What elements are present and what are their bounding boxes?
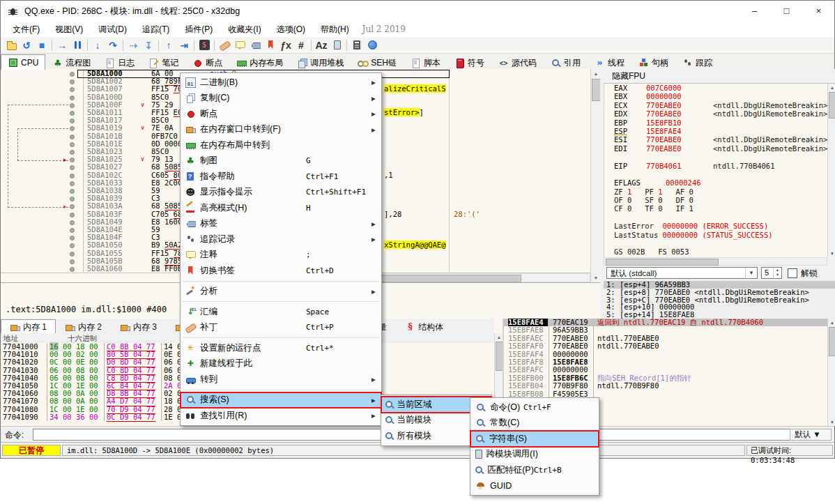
tab-seh[interactable]: SEH链 [351,55,404,70]
tab-dump-3[interactable]: 内存 3 [111,320,166,334]
tab-struct[interactable]: 结构体 [396,320,452,334]
menu-item-goto[interactable]: 转到 [181,372,381,388]
breakpoint-dot-icon[interactable] [70,79,75,84]
hash-button[interactable]: # [293,38,309,52]
register-line[interactable]: EFLAGS00000246 [604,178,828,187]
bookmarks-button[interactable] [263,38,278,52]
tab-dump-2[interactable]: 内存 2 [56,320,111,334]
menu-item-toggle-bookmark[interactable]: 切换书签Ctrl+D [181,263,381,279]
register-line[interactable]: EIP770B4061ntdll.770B4061 [604,162,828,170]
menu-item-binary[interactable]: 二进制(B) [181,75,381,91]
register-line[interactable]: LastError 00000000 (ERROR_SUCCESS) [604,222,828,230]
scroll-down-icon[interactable] [828,420,835,425]
registers-hscroll-thumb[interactable] [606,259,719,266]
run-button[interactable]: → [54,38,70,52]
tab-handles[interactable]: 句柄 [631,55,675,70]
breakpoint-dot-icon[interactable] [70,111,75,116]
menu-插件P[interactable]: 插件(P) [177,22,220,36]
menu-调试D[interactable]: 调试(D) [91,22,135,36]
menu-item-show-mnemonic-brief[interactable]: 显示指令提示Ctrl+Shift+F1 [181,185,381,201]
tab-dump-1[interactable]: 内存 1 [1,319,56,334]
scroll-down-icon[interactable] [591,275,601,280]
calling-convention-select[interactable]: 默认 (stdcall) [606,267,758,279]
register-line[interactable]: EDX770EABE0<ntdll.DbgUiRemoteBreakin> [604,109,828,118]
intermodular-calls-button[interactable] [329,38,344,52]
breakpoint-dot-icon[interactable] [70,135,75,139]
menu-item-analysis[interactable]: 分析 [181,284,381,300]
breakpoint-dot-icon[interactable] [70,236,75,240]
breakpoint-dot-icon[interactable] [70,87,75,92]
menu-文件F[interactable]: 文件(F) [5,22,47,36]
breakpoint-dot-icon[interactable] [70,259,75,264]
stack-row[interactable]: 15E8FB04770B9F80ntdll.770B9F80 [504,382,827,390]
breakpoint-dot-icon[interactable] [70,126,75,131]
call-argument-row[interactable]: 2: [esp+8] 770EABE0 <ntdll.DbgUiRemoteBr… [604,289,835,296]
breakpoint-dot-icon[interactable] [70,213,75,217]
breakpoint-dot-icon[interactable] [70,252,75,257]
menu-item-instruction-help[interactable]: 指令帮助Ctrl+F1 [181,169,381,185]
preferences-globe-button[interactable] [365,38,380,52]
register-line[interactable]: ESI770EABE0<ntdll.DbgUiRemoteBreakin> [604,135,828,144]
function-analysis-button[interactable]: ƒx [278,38,293,52]
breakpoint-dot-icon[interactable] [70,174,75,178]
menu-视图V[interactable]: 视图(V) [47,22,91,36]
submenu-item-intermodular-calls[interactable]: 跨模块调用(I) [470,447,599,463]
stack-vscrollbar[interactable] [827,319,835,426]
tab-source[interactable]: 源代码 [491,55,544,70]
menu-item-breakpoint[interactable]: 断点 [181,106,381,122]
menu-item-patch[interactable]: 补丁Ctrl+P [181,320,381,336]
menu-item-highlighting-mode[interactable]: 高亮模式(H)H [181,200,381,216]
minimize-button[interactable]: – [739,1,770,22]
menu-item-assemble[interactable]: 汇编Space [181,304,381,320]
chevron-down-icon[interactable] [813,430,820,438]
call-arguments-list[interactable]: 1: [esp+4] 96A59BB32: [esp+8] 770EABE0 <… [604,281,835,319]
menu-item-search[interactable]: 搜索(S) [181,392,381,408]
menu-item-follow-in-memory-map[interactable]: 在内存布局中转到 [181,137,381,153]
registers-vscrollbar[interactable] [827,84,835,257]
tab-references[interactable]: 引用 [544,55,588,70]
scroll-up-icon[interactable] [591,71,601,76]
tab-cpu[interactable]: CPU [1,54,45,70]
stack-row[interactable]: 15E8FAF0770EABE0ntdll.770EABE0 [504,342,827,350]
breakpoint-dot-icon[interactable] [70,204,75,209]
tab-trace[interactable]: 跟踪 [675,55,719,70]
case-convert-button[interactable]: Az [314,38,329,52]
menu-item-create-thread-here[interactable]: 新建线程于此 [181,356,381,372]
scroll-up-icon[interactable] [828,85,835,90]
submenu-item-pattern[interactable]: 匹配特征(P)Ctrl+B [470,462,599,478]
step-into-button[interactable]: ↓ [90,38,105,52]
register-line[interactable] [604,153,828,161]
breakpoint-dot-icon[interactable] [70,228,75,233]
menu-item-trace-record[interactable]: 追踪记录 [181,231,381,247]
breakpoint-dot-icon[interactable] [70,189,75,194]
stack-vscroll-thumb[interactable] [829,327,835,356]
comments-button[interactable] [232,38,247,52]
breakpoint-dot-icon[interactable] [70,119,75,123]
argument-count-stepper[interactable]: 5 ▲▼ [761,267,782,279]
register-line[interactable]: EDI770EABE0<ntdll.DbgUiRemoteBreakin> [604,144,828,153]
breakpoint-dot-icon[interactable] [70,181,75,186]
menu-选项O[interactable]: 选项(O) [269,22,313,36]
menu-收藏夹I[interactable]: 收藏夹(I) [220,22,268,36]
command-profile-select[interactable]: 默认 [790,429,832,441]
menu-帮助H[interactable]: 帮助(H) [313,22,357,36]
tab-notes[interactable]: 笔记 [141,55,185,70]
register-line[interactable]: ECX770EABE0<ntdll.DbgUiRemoteBreakin> [604,101,828,109]
breakpoint-dot-icon[interactable] [70,158,75,162]
tab-threads[interactable]: 线程 [588,55,631,70]
breakpoint-dot-icon[interactable] [70,72,75,77]
menu-item-label[interactable]: 标签 [181,216,381,232]
titlebar[interactable]: QQ.exe - PID: 268C - 模块: im.dll - 线程: 25… [1,1,834,22]
close-button[interactable]: × [803,1,834,22]
register-line[interactable]: EBP15E8FB10 [604,119,828,127]
breakpoint-dot-icon[interactable] [70,103,75,108]
menu-追踪T[interactable]: 追踪(T) [135,22,177,36]
run-to-user-code-button[interactable]: ⇥ [176,38,192,52]
tab-graph[interactable]: 流程图 [45,55,98,70]
menu-item-comment[interactable]: 注释; [181,247,381,264]
registers-hscrollbar[interactable] [604,257,827,266]
register-line[interactable]: CF 0 TF 0 IF 1 [604,204,828,213]
submenu-item-constant[interactable]: 常数(C) [470,415,599,432]
maximize-button[interactable]: □ [771,1,802,22]
menu-item-follow-in-memory-window[interactable]: 在内存窗口中转到(F) [181,122,381,138]
